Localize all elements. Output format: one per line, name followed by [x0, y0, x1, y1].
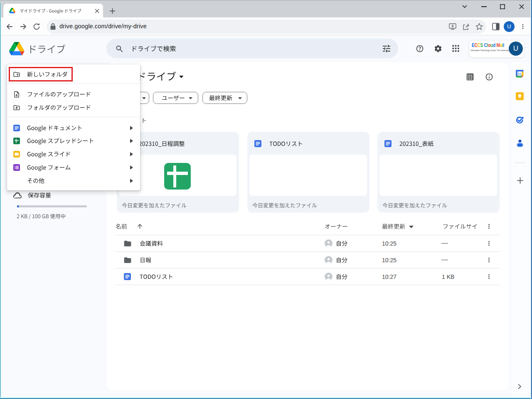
- svg-text:31: 31: [517, 72, 522, 76]
